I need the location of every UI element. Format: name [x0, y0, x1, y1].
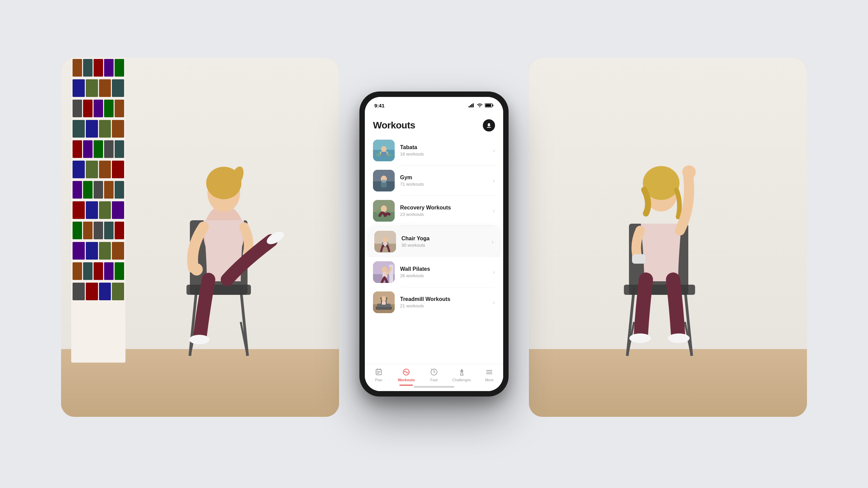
phone: 9:41	[359, 92, 509, 396]
workout-count-gym: 71 workouts	[400, 182, 488, 187]
svg-point-50	[381, 205, 387, 212]
workout-thumb-tabata	[373, 140, 395, 161]
tab-more-label: More	[485, 378, 494, 382]
chevron-icon: ›	[492, 238, 494, 245]
svg-line-82	[431, 369, 432, 370]
workout-count-treadmill: 21 workouts	[400, 303, 488, 308]
svg-rect-22	[632, 254, 646, 264]
workout-name-chair-yoga: Chair Yoga	[401, 236, 486, 242]
svg-line-81	[434, 372, 435, 373]
svg-point-36	[381, 146, 387, 152]
svg-point-23	[629, 333, 651, 343]
svg-point-10	[191, 263, 203, 276]
tab-challenges-label: Challenges	[452, 378, 471, 382]
workout-count-chair-yoga: 30 workouts	[401, 243, 486, 248]
tab-workouts[interactable]: Workouts	[393, 368, 420, 386]
phone-frame: 9:41	[359, 92, 509, 396]
workout-name-tabata: Tabata	[400, 144, 488, 150]
workout-thumb-treadmill	[373, 291, 395, 313]
svg-rect-25	[469, 106, 470, 107]
right-person-figure	[556, 78, 760, 383]
fast-icon	[430, 368, 438, 377]
scene: 9:41	[61, 41, 807, 447]
download-icon[interactable]	[483, 119, 495, 131]
left-person-figure	[122, 78, 312, 383]
workouts-icon	[402, 368, 411, 377]
tab-plan-label: Plan	[375, 378, 382, 382]
svg-point-57	[382, 237, 388, 243]
tab-challenges[interactable]: Challenges	[448, 368, 476, 382]
workout-item-wall-pilates[interactable]: Wall Pilates 26 workouts ›	[365, 257, 503, 287]
svg-rect-43	[381, 182, 387, 187]
svg-rect-38	[376, 154, 381, 156]
svg-rect-18	[624, 285, 695, 295]
svg-point-21	[682, 165, 696, 179]
chevron-icon: ›	[493, 147, 495, 154]
tab-more[interactable]: More	[475, 368, 503, 382]
home-indicator	[414, 386, 454, 388]
workout-count-tabata: 16 workouts	[400, 151, 488, 157]
right-photo-panel	[529, 58, 807, 417]
workout-thumb-chair-yoga	[374, 231, 396, 252]
chevron-icon: ›	[493, 207, 495, 215]
status-time: 9:41	[374, 103, 384, 108]
tab-fast[interactable]: Fast	[420, 368, 448, 382]
workout-item-recovery[interactable]: Recovery Workouts 23 workouts ›	[365, 196, 503, 226]
workout-info-wall-pilates: Wall Pilates 26 workouts	[400, 266, 488, 278]
challenges-icon	[457, 368, 466, 377]
workout-item-chair-yoga[interactable]: Chair Yoga 30 workouts ›	[369, 226, 499, 257]
svg-rect-45	[387, 185, 392, 187]
workout-name-treadmill: Treadmill Workouts	[400, 296, 488, 302]
workout-item-gym[interactable]: Gym 71 workouts ›	[365, 166, 503, 196]
chevron-icon: ›	[493, 177, 495, 184]
svg-rect-73	[376, 369, 381, 375]
workout-thumb-wall-pilates	[373, 261, 395, 283]
svg-point-12	[189, 335, 210, 344]
svg-rect-39	[387, 154, 391, 156]
svg-rect-28	[473, 103, 474, 107]
app-title: Workouts	[373, 120, 415, 131]
phone-screen: 9:41	[365, 97, 503, 391]
battery-icon	[485, 103, 494, 107]
left-photo-panel	[61, 58, 339, 417]
workout-info-chair-yoga: Chair Yoga 30 workouts	[401, 236, 486, 248]
svg-rect-37	[381, 152, 387, 157]
workout-count-recovery: 23 workouts	[400, 212, 488, 217]
workout-thumb-recovery	[373, 200, 395, 222]
svg-rect-31	[486, 104, 491, 107]
svg-rect-27	[471, 104, 472, 107]
workout-name-gym: Gym	[400, 175, 488, 181]
status-bar: 9:41	[365, 97, 503, 114]
workout-info-recovery: Recovery Workouts 23 workouts	[400, 205, 488, 217]
signal-icon	[469, 103, 475, 107]
svg-rect-26	[470, 105, 471, 107]
screen-content: Workouts	[365, 114, 503, 391]
svg-point-62	[382, 266, 387, 272]
wifi-icon	[477, 103, 483, 107]
workout-info-treadmill: Treadmill Workouts 21 workouts	[400, 296, 488, 308]
svg-rect-46	[382, 180, 386, 183]
workout-list: Tabata 16 workouts ›	[365, 134, 503, 364]
svg-rect-30	[493, 105, 494, 106]
svg-point-24	[668, 333, 690, 343]
plan-icon	[374, 368, 383, 377]
svg-rect-44	[376, 185, 381, 187]
workout-name-recovery: Recovery Workouts	[400, 205, 488, 211]
svg-point-71	[381, 296, 386, 302]
chevron-icon: ›	[493, 269, 495, 276]
app-header: Workouts	[365, 114, 503, 134]
workout-item-tabata[interactable]: Tabata 16 workouts ›	[365, 136, 503, 165]
workout-thumb-gym	[373, 170, 395, 191]
workout-name-wall-pilates: Wall Pilates	[400, 266, 488, 272]
svg-rect-5	[186, 285, 251, 295]
svg-rect-32	[487, 127, 491, 128]
status-icons	[469, 103, 494, 107]
more-icon	[485, 368, 494, 377]
tab-plan[interactable]: Plan	[365, 368, 393, 382]
workout-info-tabata: Tabata 16 workouts	[400, 144, 488, 157]
workout-info-gym: Gym 71 workouts	[400, 175, 488, 187]
workout-item-treadmill[interactable]: Treadmill Workouts 21 workouts ›	[365, 287, 503, 317]
tab-fast-label: Fast	[430, 378, 437, 382]
workout-count-wall-pilates: 26 workouts	[400, 273, 488, 278]
svg-rect-72	[382, 301, 386, 305]
